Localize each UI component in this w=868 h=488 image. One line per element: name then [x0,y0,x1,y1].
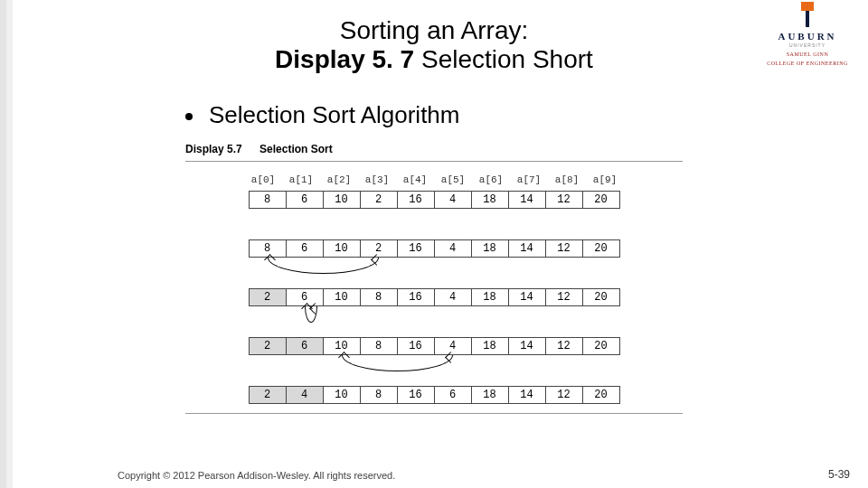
array-index-label: a[3] [358,174,396,185]
array-index-label: a[8] [548,174,586,185]
array-cell: 14 [508,386,546,404]
figure-rule-top [185,161,683,162]
array-cell: 18 [471,386,509,404]
college-name-1: SAMUEL GINN [758,52,857,57]
figure-caption: Display 5.7 Selection Sort [185,143,683,155]
bullet-dot-icon [185,113,193,120]
array-index-label: a[9] [586,174,624,185]
array-cell: 18 [471,337,509,355]
array-cell: 14 [508,288,546,306]
array-cell: 2 [249,337,287,355]
array-cell: 20 [582,191,620,209]
array-rows-container: 8610216418141220861021641814122026108164… [185,191,683,404]
array-cell: 20 [582,337,620,355]
array-index-label: a[2] [320,174,358,185]
array-cell: 2 [360,191,398,209]
page-number: 5-39 [828,468,850,481]
array-cell: 8 [360,337,398,355]
array-cell: 20 [582,288,620,306]
array-cell: 8 [360,288,398,306]
array-cell: 10 [323,191,361,209]
array-index-label: a[6] [472,174,510,185]
auburn-logo-text: AUBURN [758,31,857,42]
auburn-logo-sub: UNIVERSITY [758,42,857,48]
figure-container: Display 5.7 Selection Sort a[0]a[1]a[2]a… [185,143,683,414]
array-index-label: a[1] [282,174,320,185]
array-index-label: a[5] [434,174,472,185]
array-row: 8610216418141220 [185,239,683,258]
array-cell: 16 [397,288,435,306]
array-cell: 10 [323,239,361,258]
array-index-label: a[0] [244,174,282,185]
array-cell: 20 [582,386,620,404]
array-cell: 8 [360,386,398,404]
slide-title: Sorting an Array: Display 5. 7 Selection… [235,16,633,74]
array-cell: 16 [397,337,435,355]
array-row: 8610216418141220 [185,191,683,209]
array-cell: 10 [323,337,361,355]
array-cell: 20 [582,239,620,258]
array-cell: 16 [397,386,435,404]
array-cell: 12 [545,288,583,306]
title-line-2: Display 5. 7 Selection Short [235,45,633,74]
array-index-label: a[7] [510,174,548,185]
array-cell: 4 [434,288,472,306]
bullet-item: Selection Sort Algorithm [185,101,459,129]
array-cell: 10 [323,288,361,306]
array-cell: 14 [508,191,546,209]
array-cell: 4 [434,337,472,355]
copyright-text: Copyright © 2012 Pearson Addison-Wesley.… [118,470,395,481]
array-cell: 4 [286,386,324,404]
title-line-1: Sorting an Array: [235,16,633,45]
auburn-logo-mark [796,2,819,29]
left-decorative-strip [0,0,13,488]
array-cell: 14 [508,239,546,258]
array-cell: 4 [434,239,472,258]
swap-arrow [268,258,379,274]
array-cell: 8 [249,239,287,258]
figure-rule-bottom [185,413,683,414]
title-bold-part: Display 5. 7 [275,45,414,73]
college-name-2: COLLEGE OF ENGINEERING [758,61,857,66]
swap-arrow [305,306,317,323]
auburn-logo: AUBURN UNIVERSITY SAMUEL GINN COLLEGE OF… [758,2,857,66]
swap-arrow [342,355,453,371]
array-cell: 6 [286,191,324,209]
figure-caption-label: Display 5.7 [185,143,242,155]
array-index-label: a[4] [396,174,434,185]
array-cell: 12 [545,386,583,404]
array-cell: 18 [471,191,509,209]
array-row: 2610816418141220 [185,337,683,355]
title-rest: Selection Short [414,45,593,73]
array-cell: 2 [249,386,287,404]
array-cell: 16 [397,239,435,258]
array-cell: 10 [323,386,361,404]
array-cell: 12 [545,337,583,355]
array-cell: 4 [434,191,472,209]
array-cell: 6 [286,288,324,306]
figure-caption-name: Selection Sort [259,143,333,155]
array-cell: 18 [471,288,509,306]
array-cell: 6 [286,337,324,355]
array-cell: 12 [545,191,583,209]
array-cell: 18 [471,239,509,258]
array-cell: 2 [360,239,398,258]
array-row: 2610816418141220 [185,288,683,306]
array-row: 2410816618141220 [185,386,683,404]
array-index-row: a[0]a[1]a[2]a[3]a[4]a[5]a[6]a[7]a[8]a[9] [185,174,683,185]
array-cell: 6 [434,386,472,404]
array-cell: 6 [286,239,324,258]
array-cell: 8 [249,191,287,209]
array-cell: 14 [508,337,546,355]
array-cell: 12 [545,239,583,258]
array-cell: 2 [249,288,287,306]
bullet-text: Selection Sort Algorithm [209,101,459,128]
array-cell: 16 [397,191,435,209]
